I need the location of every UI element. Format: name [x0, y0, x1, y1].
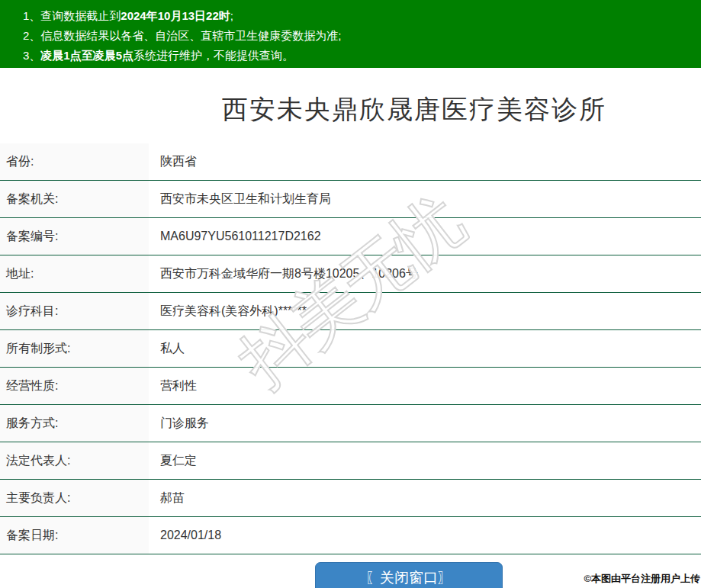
notice-bold-text: 2024年10月13日22时	[121, 9, 230, 22]
notice-bold-text: 凌晨1点至凌晨5点	[40, 49, 133, 62]
table-row: 省份: 陕西省	[0, 143, 701, 181]
page-content: 1、查询数据截止到2024年10月13日22时; 2、信息数据结果以各省、自治区…	[0, 0, 701, 554]
row-label: 主要负责人:	[0, 480, 149, 516]
notice-line-3: 3、凌晨1点至凌晨5点系统进行维护，不能提供查询。	[23, 46, 701, 66]
row-value: 门诊服务	[149, 405, 701, 442]
table-row: 备案日期: 2024/01/18	[0, 517, 701, 554]
row-label: 地址:	[0, 255, 149, 292]
notice-text: 2、信息数据结果以各省、自治区、直辖市卫生健康委数据为准;	[23, 29, 342, 42]
page-title: 西安未央鼎欣晟唐医疗美容诊所	[0, 93, 701, 125]
row-value: 西安市万科金域华府一期8号楼10205、10206号	[149, 255, 701, 292]
table-row: 法定代表人: 夏仁定	[0, 442, 701, 480]
table-row: 所有制形式: 私人	[0, 330, 701, 368]
row-label: 所有制形式:	[0, 330, 149, 367]
row-value: 陕西省	[149, 143, 701, 180]
row-value: 夏仁定	[149, 442, 701, 479]
row-value: 郝苗	[149, 480, 701, 516]
credit-text: ©本图由平台注册用户上传	[584, 572, 700, 586]
row-value: 私人	[149, 330, 701, 367]
close-window-button[interactable]: 〖关闭窗口〗	[315, 562, 503, 588]
table-row: 经营性质: 营利性	[0, 368, 701, 405]
row-label: 经营性质:	[0, 368, 149, 404]
table-row: 备案编号: MA6U97YU561011217D2162	[0, 218, 701, 255]
table-row: 主要负责人: 郝苗	[0, 480, 701, 517]
row-label: 省份:	[0, 143, 149, 180]
row-value: MA6U97YU561011217D2162	[149, 218, 701, 255]
row-label: 法定代表人:	[0, 442, 149, 479]
row-label: 诊疗科目:	[0, 293, 149, 329]
row-value: 西安市未央区卫生和计划生育局	[149, 181, 701, 217]
row-value: 2024/01/18	[149, 517, 701, 554]
row-value: 营利性	[149, 368, 701, 404]
table-row: 备案机关: 西安市未央区卫生和计划生育局	[0, 181, 701, 218]
row-value: 医疗美容科(美容外科)******	[149, 293, 701, 329]
notice-text: 3、	[23, 49, 40, 62]
row-label: 备案编号:	[0, 218, 149, 255]
notice-line-1: 1、查询数据截止到2024年10月13日22时;	[23, 6, 701, 26]
notice-text: 1、查询数据截止到	[23, 9, 121, 22]
notice-banner: 1、查询数据截止到2024年10月13日22时; 2、信息数据结果以各省、自治区…	[0, 0, 701, 68]
row-label: 备案机关:	[0, 181, 149, 217]
table-row: 地址: 西安市万科金域华府一期8号楼10205、10206号	[0, 255, 701, 293]
notice-line-2: 2、信息数据结果以各省、自治区、直辖市卫生健康委数据为准;	[23, 26, 701, 46]
info-table: 省份: 陕西省 备案机关: 西安市未央区卫生和计划生育局 备案编号: MA6U9…	[0, 143, 701, 554]
notice-text: 系统进行维护，不能提供查询。	[133, 49, 294, 62]
table-row: 诊疗科目: 医疗美容科(美容外科)******	[0, 293, 701, 330]
row-label: 备案日期:	[0, 517, 149, 554]
table-row: 服务方式: 门诊服务	[0, 405, 701, 442]
notice-text: ;	[230, 9, 233, 22]
row-label: 服务方式:	[0, 405, 149, 442]
